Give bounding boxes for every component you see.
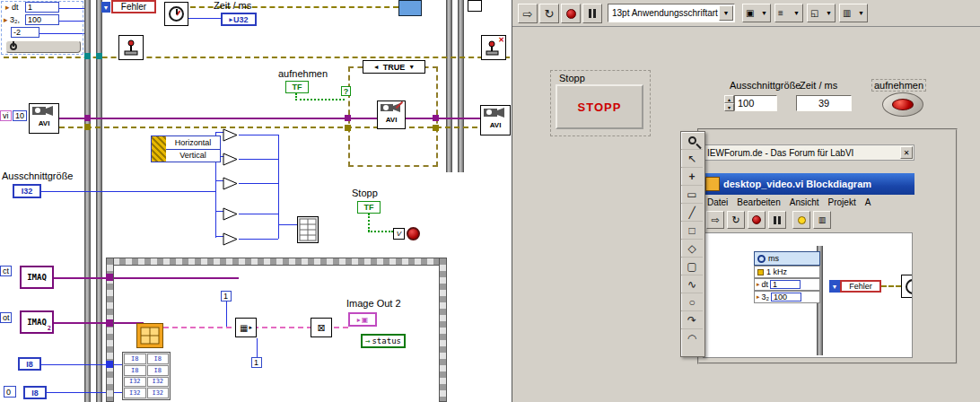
select-rectangle-tool[interactable]: ▭ (681, 186, 703, 204)
rounded-rectangle-icon: ▢ (687, 260, 696, 273)
loop-border-right[interactable] (446, 0, 452, 172)
greater-than-icon[interactable] (223, 153, 239, 166)
resize-objects-dropdown[interactable]: ◱▼ (807, 4, 836, 22)
array-cell[interactable]: I8 (147, 365, 170, 376)
stop-node[interactable]: V (393, 224, 422, 242)
frame-structure-right[interactable] (439, 258, 447, 402)
dt-value-constant[interactable]: 1 (25, 2, 59, 13)
curve-tool[interactable]: ↷ (681, 311, 703, 329)
spin-down-icon[interactable]: ▾ (724, 103, 734, 111)
aufnehmen-label: aufnehmen (278, 68, 328, 79)
error-flag-icon: ▼ (101, 2, 110, 13)
index-array-icon[interactable] (136, 323, 163, 348)
freehand-icon: ∿ (687, 278, 696, 291)
ellipse-tool[interactable]: ○ (681, 293, 703, 311)
joystick-icon[interactable] (118, 35, 144, 60)
image-mask-icon[interactable]: ⊠ (311, 318, 332, 337)
const-0[interactable]: 0 (4, 386, 16, 398)
image-out-terminal[interactable]: ▸▣ (348, 312, 377, 327)
rate-value-constant[interactable]: 100 (25, 14, 59, 25)
array-cell[interactable]: I32 (147, 377, 170, 388)
align-icon: ▣ (746, 8, 754, 18)
move-tool[interactable]: + (681, 168, 703, 186)
status-terminal[interactable]: →status (361, 334, 406, 348)
image-buffer-icon[interactable]: ▦▸ (235, 318, 257, 337)
font-selector[interactable]: 13pt Anwendungsschriftart ▼ (608, 4, 735, 22)
ausschnitt-i32-terminal[interactable]: I32 (13, 184, 41, 198)
clock-icon (757, 255, 766, 263)
ausschnitt-input[interactable] (734, 95, 777, 111)
rectangle-tool[interactable]: □ (681, 222, 703, 240)
array-cell[interactable]: I32 (124, 377, 146, 388)
avi-close-icon[interactable]: AVI (480, 105, 511, 135)
const-10[interactable]: 10 (13, 110, 27, 121)
array-cell[interactable]: I8 (147, 354, 170, 364)
build-array-icon[interactable] (297, 216, 319, 243)
line-tool[interactable]: ╱ (681, 204, 703, 222)
tunnel (106, 361, 113, 368)
video-image-display[interactable]: IEWForum.de - Das Forum für LabVI ✕ desk… (697, 128, 958, 364)
stopp-button[interactable]: STOPP (556, 84, 643, 129)
wait-ms-clock-icon[interactable] (164, 2, 188, 26)
case-dropdown-icon[interactable]: ▼ (408, 64, 415, 70)
freehand-tool[interactable]: ∿ (681, 275, 703, 293)
ausschnitt-spinner[interactable]: ▴ ▾ (724, 95, 734, 111)
abort-button[interactable] (561, 4, 581, 23)
reorder-dropdown[interactable]: ▥▼ (839, 4, 868, 22)
aufnehmen-led-button[interactable] (882, 92, 923, 117)
case-prev-icon[interactable]: ◄ (373, 64, 380, 70)
greater-than-icon[interactable] (223, 207, 239, 221)
cursor-tool[interactable]: ↖ (681, 150, 703, 168)
power-button-node[interactable] (5, 40, 81, 53)
i8-terminal[interactable]: I8 (23, 386, 47, 399)
arc-tool[interactable]: ◠ (681, 329, 703, 347)
array-cell[interactable]: I32 (124, 388, 146, 398)
fehler-label-node[interactable]: Fehler (111, 0, 156, 13)
loop-border-right[interactable] (458, 0, 464, 172)
vertical-option[interactable]: Vertical (166, 150, 220, 162)
loop-border-left[interactable] (84, 0, 91, 402)
horizontal-option[interactable]: Horizontal (166, 136, 220, 150)
imaq2-node[interactable]: IMAQ2 (20, 310, 54, 334)
i8-terminal[interactable]: I8 (18, 357, 41, 371)
frame-structure-top[interactable] (106, 258, 447, 266)
greater-than-icon[interactable] (223, 128, 239, 142)
array-cell[interactable]: I8 (124, 365, 146, 376)
avi-open-icon[interactable]: AVI (29, 103, 59, 134)
distribute-icon: ≡ (778, 8, 783, 18)
i8-array-constant[interactable]: I8 I8 I8 I8 I32 I32 I32 I32 (122, 352, 171, 400)
greater-than-icon[interactable] (223, 177, 239, 190)
run-button[interactable]: ⇨ (518, 4, 538, 23)
pause-button[interactable] (582, 4, 602, 23)
reorder-icon: ▥ (843, 8, 851, 18)
stopp-tf-constant[interactable]: TF (357, 201, 381, 214)
imaq-node[interactable]: IMAQ (20, 266, 54, 289)
zeit-u32-terminal[interactable]: ▸U32 (221, 13, 257, 26)
run-continuous-button[interactable]: ↻ (539, 4, 559, 23)
diamond-tool[interactable]: ◇ (681, 240, 703, 258)
const-1[interactable]: 1 (221, 291, 232, 302)
horizontal-vertical-node[interactable]: Horizontal Vertical (151, 135, 221, 162)
spin-up-icon[interactable]: ▴ (724, 95, 734, 103)
array-cell[interactable]: I8 (124, 354, 146, 364)
avi-write-icon[interactable]: AVI (377, 100, 406, 129)
menu-item: Ansicht (790, 197, 819, 207)
aufnehmen-tf-constant[interactable]: TF (285, 81, 309, 93)
block-diagram-panel: ▸ dt 1 ▸ 3₂, 100 -2 ▼ Fehler Zeit / ms ▸… (0, 0, 512, 402)
greater-than-icon[interactable] (223, 232, 239, 246)
distribute-objects-dropdown[interactable]: ≡▼ (774, 4, 803, 22)
magnifier-tool[interactable] (681, 132, 703, 150)
close-icon: ✕ (900, 146, 913, 159)
boolean-wire (368, 231, 393, 232)
offset-constant[interactable]: -2 (11, 27, 39, 38)
align-objects-dropdown[interactable]: ▣▼ (742, 4, 771, 22)
integer-wire (188, 18, 223, 19)
joystick-close-icon[interactable]: ✕ (481, 35, 506, 60)
case-selector-header[interactable]: ◄ TRUE ▼ (363, 60, 425, 74)
array-cell[interactable]: I32 (147, 388, 170, 398)
loop-border-left[interactable] (96, 0, 102, 402)
rounded-rectangle-tool[interactable]: ▢ (681, 258, 703, 275)
const-1[interactable]: 1 (251, 357, 262, 368)
selected-node[interactable] (398, 0, 422, 16)
small-node[interactable] (468, 0, 482, 12)
